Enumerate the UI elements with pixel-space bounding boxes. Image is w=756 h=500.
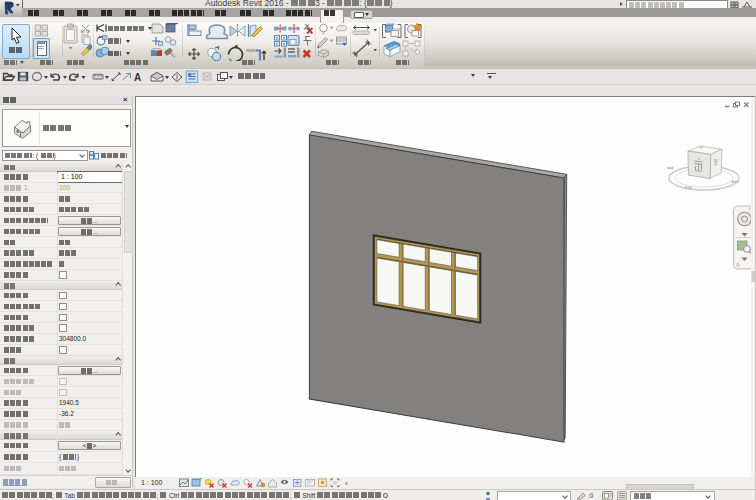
svg-text:A: A — [134, 71, 141, 82]
svg-text:‹: ‹ — [345, 479, 348, 488]
